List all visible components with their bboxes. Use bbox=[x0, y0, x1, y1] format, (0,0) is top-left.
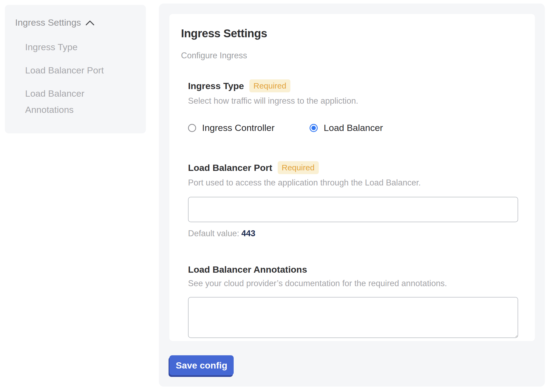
default-value-label: Default value: bbox=[188, 229, 239, 238]
sidebar-section-title: Ingress Settings bbox=[15, 16, 81, 29]
radio-label-ingress-controller[interactable]: Ingress Controller bbox=[202, 123, 274, 133]
load-balancer-annotations-label: Load Balancer Annotations bbox=[188, 264, 307, 275]
load-balancer-port-description: Port used to access the application thro… bbox=[188, 178, 523, 188]
sidebar-section-ingress-settings[interactable]: Ingress Settings bbox=[5, 5, 146, 29]
ingress-type-radio-group: Ingress Controller Load Balancer bbox=[188, 123, 523, 133]
main-panel: Ingress Settings Configure Ingress Ingre… bbox=[159, 4, 545, 387]
load-balancer-annotations-description: See your cloud provider’s documentation … bbox=[188, 279, 523, 288]
radio-selected-icon[interactable] bbox=[310, 124, 318, 132]
radio-option-load-balancer[interactable]: Load Balancer bbox=[310, 123, 383, 133]
page-subtitle: Configure Ingress bbox=[181, 51, 523, 60]
load-balancer-port-label: Load Balancer Port bbox=[188, 163, 272, 173]
settings-sidebar: Ingress Settings Ingress Type Load Balan… bbox=[5, 5, 146, 133]
radio-dot bbox=[311, 126, 316, 130]
sidebar-item-list: Ingress Type Load Balancer Port Load Bal… bbox=[25, 39, 112, 118]
default-value-number: 443 bbox=[242, 229, 256, 238]
section-load-balancer-annotations-head: Load Balancer Annotations bbox=[188, 264, 523, 275]
ingress-type-description: Select how traffic will ingress to the a… bbox=[188, 96, 523, 106]
section-ingress-type: Ingress Type Required Select how traffic… bbox=[188, 79, 523, 133]
required-badge: Required bbox=[278, 161, 319, 174]
radio-unselected-icon[interactable] bbox=[188, 124, 196, 132]
radio-option-ingress-controller[interactable]: Ingress Controller bbox=[188, 123, 274, 133]
sidebar-item-ingress-type[interactable]: Ingress Type bbox=[25, 39, 112, 55]
radio-label-load-balancer[interactable]: Load Balancer bbox=[324, 123, 383, 133]
section-ingress-type-head: Ingress Type Required bbox=[188, 79, 523, 92]
required-badge: Required bbox=[249, 79, 290, 92]
sidebar-item-load-balancer-port[interactable]: Load Balancer Port bbox=[25, 62, 112, 78]
ingress-settings-card: Ingress Settings Configure Ingress Ingre… bbox=[169, 14, 535, 341]
section-load-balancer-port-head: Load Balancer Port Required bbox=[188, 161, 523, 174]
section-load-balancer-port: Load Balancer Port Required Port used to… bbox=[188, 161, 523, 238]
save-config-button[interactable]: Save config bbox=[169, 355, 234, 375]
load-balancer-annotations-textarea[interactable] bbox=[188, 297, 518, 338]
ingress-type-label: Ingress Type bbox=[188, 81, 244, 91]
chevron-up-icon bbox=[85, 20, 95, 26]
form-sections: Ingress Type Required Select how traffic… bbox=[188, 79, 523, 338]
page-title: Ingress Settings bbox=[181, 27, 523, 40]
load-balancer-port-input[interactable] bbox=[188, 197, 518, 222]
sidebar-item-load-balancer-annotations[interactable]: Load Balancer Annotations bbox=[25, 85, 112, 118]
default-value-row: Default value:443 bbox=[188, 229, 523, 238]
section-load-balancer-annotations: Load Balancer Annotations See your cloud… bbox=[188, 264, 523, 338]
